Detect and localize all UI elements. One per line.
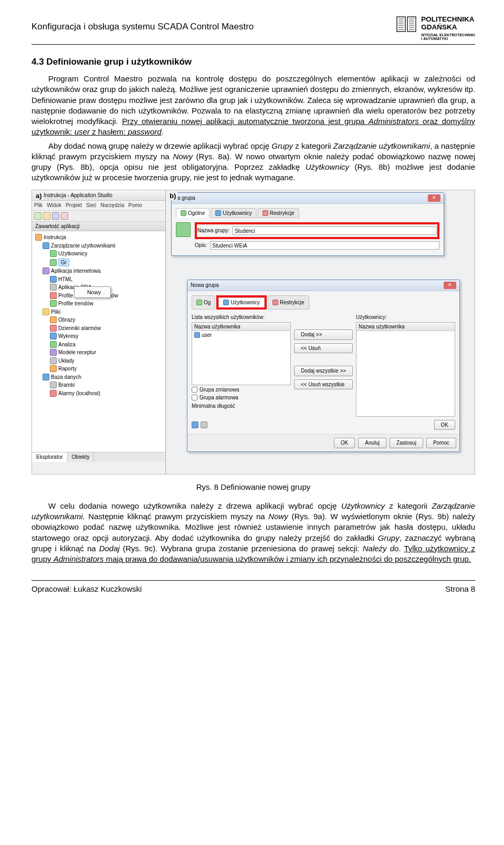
group-large-icon: [176, 222, 191, 237]
listbox-group-users[interactable]: Nazwa użytkownika: [356, 322, 455, 417]
toolbar-icon-3[interactable]: [52, 212, 59, 220]
pg-crest-icon: [396, 16, 417, 33]
tab-restrictions-2[interactable]: Restrykcje: [268, 295, 309, 310]
page-footer: Opracował: Łukasz Kuczkowski Strona 8: [32, 580, 475, 594]
input-description[interactable]: [210, 241, 439, 250]
menu-help[interactable]: Pomo: [129, 202, 142, 209]
trash-icon[interactable]: [201, 421, 207, 428]
footer-author: Opracował: Łukasz Kuczkowski: [32, 584, 142, 594]
pda-icon: [50, 284, 57, 291]
layout-icon: [50, 357, 57, 364]
tree-internet-app[interactable]: Aplikacja internetowa: [43, 267, 163, 275]
menu-bar[interactable]: Plik Widok Projekt Sieć Narzędzia Pomo: [32, 201, 165, 211]
tree-alarms-local[interactable]: Alarmy (localhost): [50, 389, 163, 398]
tab-general-2[interactable]: Og: [192, 295, 215, 310]
user-icon: [194, 332, 200, 338]
tree-users[interactable]: Użytkownicy: [50, 250, 163, 258]
menu-file[interactable]: Plik: [34, 202, 43, 209]
toolbar-icon-1[interactable]: [34, 212, 41, 220]
tree-gates[interactable]: Bramki: [50, 381, 163, 389]
btn-cancel[interactable]: Anuluj: [358, 438, 386, 448]
close-icon[interactable]: ✕: [428, 194, 440, 202]
chk-alarm-group[interactable]: [192, 395, 197, 400]
user-icon: [50, 250, 57, 257]
input-group-name[interactable]: [233, 226, 437, 235]
toolbar-icon-4[interactable]: [61, 212, 68, 220]
tree-user-mgmt[interactable]: Zarządzanie użytkownikami: [43, 242, 163, 250]
toolbar: [32, 211, 165, 222]
tree-reports[interactable]: Raporty: [50, 365, 163, 373]
university-logo: POLITECHNIKA GDAŃSKA WYDZIAŁ ELEKTROTECH…: [396, 16, 475, 41]
listbox-all-users[interactable]: Nazwa użytkownika user: [192, 322, 291, 385]
tab-users[interactable]: Użytkownicy: [211, 208, 257, 219]
tree-analysis[interactable]: Analiza: [50, 341, 163, 349]
menu-network[interactable]: Sieć: [86, 202, 96, 209]
tab-explorer[interactable]: Eksplorator: [32, 452, 68, 462]
tree-charts[interactable]: Wykresy: [50, 332, 163, 341]
context-menu-new[interactable]: Nowy: [74, 286, 111, 298]
btn-help[interactable]: Pomoc: [426, 438, 456, 448]
figure-caption: Rys. 8 Definiowanie nowej grupy: [32, 482, 475, 492]
tree-files[interactable]: Pliki: [43, 308, 163, 316]
tree-trend-profiles[interactable]: Profile trendów: [50, 300, 163, 308]
alarm-profile-icon: [50, 292, 57, 299]
figure-panel-b: b) va grupa ✕ Ogólne Użytkownicy Restryk…: [166, 190, 475, 474]
paragraph-2: Aby dodać nową grupę należy w drzewie ap…: [32, 141, 475, 183]
btn-apply[interactable]: Zastosuj: [390, 438, 423, 448]
chk-shift-group[interactable]: [192, 387, 197, 393]
tree-images[interactable]: Obrazy: [50, 316, 163, 324]
figure-panel-a: a) Instrukcja - Application Studio Plik …: [32, 190, 166, 474]
menu-tools[interactable]: Narzędzia: [101, 202, 124, 209]
tree-database[interactable]: Baza danych: [43, 373, 163, 382]
globe-icon: [43, 267, 49, 274]
panel-b-label: b): [168, 191, 177, 201]
close-icon[interactable]: ✕: [444, 282, 456, 289]
btn-remove[interactable]: << Usuń: [294, 343, 353, 354]
tree-html[interactable]: HTML: [50, 275, 163, 284]
tree-alarm-logs[interactable]: Dzienniki alarmów: [50, 324, 163, 333]
btn-add[interactable]: Dodaj >>: [294, 329, 353, 340]
highlighted-users-tab: Użytkownicy: [216, 295, 267, 310]
app-studio-title: Instrukcja - Application Studio: [32, 190, 165, 201]
dialog-new-group-users: Nowa grupa ✕ Og Użytkownicy Restrykcje: [187, 280, 460, 452]
list-item-user[interactable]: user: [192, 331, 290, 339]
tree-layouts[interactable]: Układy: [50, 357, 163, 365]
toolbar-icon-2[interactable]: [43, 212, 50, 220]
alarm-icon: [50, 390, 57, 397]
report-icon: [50, 365, 57, 372]
tree-root[interactable]: Instrukcja: [35, 233, 163, 242]
btn-ok[interactable]: OK: [334, 438, 355, 448]
analysis-icon: [50, 341, 57, 348]
btn-ok-inner[interactable]: OK: [434, 420, 455, 430]
dlg1-title: va grupa: [175, 194, 195, 202]
tree-recipes[interactable]: Modele receptur: [50, 348, 163, 357]
label-group-users: Użytkownicy:: [356, 314, 455, 321]
tab-objects[interactable]: Obiekty: [68, 452, 94, 462]
general-tab-icon: [181, 210, 186, 216]
tab-restrictions[interactable]: Restrykcje: [258, 208, 299, 219]
btn-add-all[interactable]: Dodaj wszystkie >>: [294, 366, 353, 376]
col-username-right: Nazwa użytkownika: [356, 323, 455, 332]
users-tab-icon: [215, 210, 221, 216]
uni-name-1: POLITECHNIKA: [421, 16, 475, 24]
label-all-users: Lista wszystkich użytkowników:: [192, 314, 291, 321]
application-tree[interactable]: Instrukcja Zarządzanie użytkownikami Uży…: [32, 231, 165, 452]
tree-groups-selected[interactable]: Gr: [50, 258, 163, 267]
users-mgmt-icon: [43, 242, 49, 249]
uni-name-2: GDAŃSKA: [421, 24, 475, 32]
btn-remove-all[interactable]: << Usuń wszystkie: [294, 379, 353, 390]
footer-icon-1[interactable]: [192, 421, 198, 428]
page-header: Konfiguracja i obsługa systemu SCADA Con…: [32, 16, 475, 45]
menu-view[interactable]: Widok: [47, 202, 61, 209]
tree-header: Zawartość aplikacji: [32, 222, 165, 232]
gates-icon: [50, 382, 57, 388]
label-min-length: Minimalna długość: [192, 403, 291, 410]
dialog-new-group-general: va grupa ✕ Ogólne Użytkownicy Restrykcje: [171, 192, 444, 256]
tab-general[interactable]: Ogólne: [176, 208, 209, 219]
users-tab-icon: [223, 300, 229, 305]
chart-icon: [50, 333, 57, 339]
footer-page: Strona 8: [445, 584, 475, 594]
bottom-tabs: Eksplorator Obiekty: [32, 452, 165, 462]
menu-project[interactable]: Projekt: [66, 202, 82, 209]
tab-users-2[interactable]: Użytkownicy: [218, 297, 265, 308]
